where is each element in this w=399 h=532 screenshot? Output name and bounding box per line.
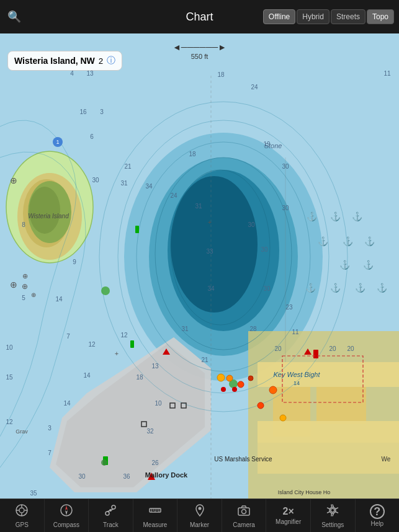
svg-text:⚓: ⚓ [352, 211, 363, 222]
svg-text:⚓: ⚓ [339, 260, 351, 270]
svg-text:16: 16 [79, 109, 87, 115]
map-type-offline[interactable]: Offline [263, 9, 295, 24]
svg-point-141 [112, 505, 115, 509]
svg-marker-138 [65, 505, 68, 510]
svg-point-123 [232, 387, 237, 392]
svg-text:14: 14 [294, 380, 300, 386]
svg-text:8: 8 [22, 221, 25, 228]
svg-point-4 [171, 176, 258, 313]
magnifier-icon: 2× [283, 506, 294, 517]
svg-point-48 [258, 402, 264, 409]
bottom-toolbar: GPS Compass Track [0, 499, 399, 532]
svg-point-49 [280, 415, 286, 421]
svg-text:30: 30 [92, 177, 99, 184]
svg-text:21: 21 [201, 357, 208, 363]
compass-label: Compass [53, 521, 79, 528]
camera-tool[interactable]: Camera [222, 499, 267, 532]
track-tool[interactable]: Track [89, 499, 133, 532]
svg-text:11: 11 [383, 70, 391, 77]
svg-text:US Marshals Service: US Marshals Service [214, 456, 272, 463]
measure-tool[interactable]: Measure [133, 499, 178, 532]
info-icon[interactable]: ⓘ [107, 55, 115, 66]
svg-point-46 [217, 374, 225, 381]
svg-text:14: 14 [55, 296, 63, 303]
svg-text:⊕: ⊕ [31, 291, 36, 298]
svg-text:6: 6 [90, 133, 94, 140]
map-type-streets[interactable]: Streets [331, 9, 365, 24]
page-title: Chart [186, 11, 213, 24]
map-type-topo[interactable]: Topo [367, 9, 394, 24]
svg-text:Stone: Stone [264, 142, 282, 149]
svg-point-120 [238, 381, 244, 388]
svg-text:24: 24 [251, 84, 258, 91]
svg-text:14: 14 [83, 372, 91, 379]
svg-text:18: 18 [136, 374, 143, 381]
nautical-chart: ⊕ ⊕ ⊕ + + ⊕ ⊕ ⚓ ⚓ ⚓ ⚓ ⚓ ⚓ ⚓ ⚓ ⚓ ⚓ ⚓ ⚓ [0, 33, 399, 499]
svg-rect-44 [130, 340, 134, 348]
svg-text:20: 20 [347, 345, 354, 352]
svg-text:Island City House Ho: Island City House Ho [278, 489, 331, 495]
settings-tool[interactable]: Settings [311, 499, 356, 532]
map-type-hybrid[interactable]: Hybrid [297, 9, 330, 24]
svg-text:⚓: ⚓ [363, 260, 374, 270]
svg-text:23: 23 [285, 304, 293, 311]
svg-text:30: 30 [263, 285, 271, 292]
svg-text:12: 12 [120, 332, 128, 339]
help-label: Help [370, 520, 383, 527]
svg-point-152 [331, 508, 334, 512]
magnifier-label: Magnifier [276, 518, 301, 525]
svg-point-149 [198, 507, 201, 510]
measure-label: Measure [143, 521, 168, 528]
svg-text:20: 20 [274, 345, 282, 352]
track-icon [104, 503, 117, 520]
svg-text:13: 13 [86, 70, 94, 77]
svg-text:⚓: ⚓ [364, 236, 375, 247]
svg-text:20: 20 [329, 345, 336, 352]
svg-text:18: 18 [189, 151, 196, 157]
svg-text:⊕: ⊕ [22, 282, 28, 291]
track-label: Track [103, 521, 119, 528]
map-area[interactable]: ⊕ ⊕ ⊕ + + ⊕ ⊕ ⚓ ⚓ ⚓ ⚓ ⚓ ⚓ ⚓ ⚓ ⚓ ⚓ ⚓ ⚓ [0, 33, 399, 499]
svg-point-47 [269, 386, 277, 394]
svg-text:Grav: Grav [16, 428, 28, 435]
svg-marker-139 [65, 510, 68, 515]
scale-text: 550 ft [191, 53, 208, 60]
svg-text:1: 1 [56, 139, 59, 145]
svg-text:30: 30 [261, 246, 268, 253]
svg-text:⊕: ⊕ [10, 175, 17, 185]
svg-text:13: 13 [151, 363, 159, 370]
svg-point-142 [109, 509, 112, 512]
svg-text:⚓: ⚓ [343, 236, 354, 247]
svg-text:33: 33 [206, 248, 213, 255]
svg-text:We: We [382, 456, 391, 463]
svg-point-9 [29, 187, 60, 234]
svg-text:31: 31 [195, 203, 202, 210]
gps-label: GPS [16, 521, 29, 528]
compass-icon [60, 503, 73, 520]
svg-text:Mallory Dock: Mallory Dock [145, 471, 188, 479]
scale-bar: ◄──────► 550 ft [173, 42, 226, 60]
svg-rect-15 [258, 443, 399, 474]
app-header: 🔍 Chart Offline Hybrid Streets Topo [0, 0, 399, 33]
help-tool[interactable]: ? Help [356, 499, 400, 532]
svg-point-119 [226, 375, 233, 381]
location-info-box[interactable]: Wisteria Island, NW 2 ⓘ [7, 51, 122, 71]
magnifier-tool[interactable]: 2× Magnifier [266, 499, 311, 532]
svg-text:30: 30 [248, 221, 255, 228]
svg-text:⚓: ⚓ [355, 283, 366, 293]
compass-tool[interactable]: Compass [45, 499, 89, 532]
svg-text:10: 10 [155, 400, 162, 407]
svg-rect-14 [258, 421, 399, 443]
scale-arrows: ◄──────► [173, 42, 226, 52]
svg-text:⚓: ⚓ [377, 283, 388, 293]
marker-tool[interactable]: Marker [177, 499, 222, 532]
svg-text:34: 34 [145, 183, 153, 190]
svg-text:36: 36 [123, 473, 130, 480]
svg-text:31: 31 [120, 180, 128, 187]
svg-text:9: 9 [73, 259, 76, 265]
search-icon[interactable]: 🔍 [7, 10, 21, 24]
svg-rect-45 [313, 350, 318, 358]
svg-text:12: 12 [6, 419, 13, 425]
svg-point-151 [242, 509, 246, 513]
gps-tool[interactable]: GPS [0, 499, 45, 532]
